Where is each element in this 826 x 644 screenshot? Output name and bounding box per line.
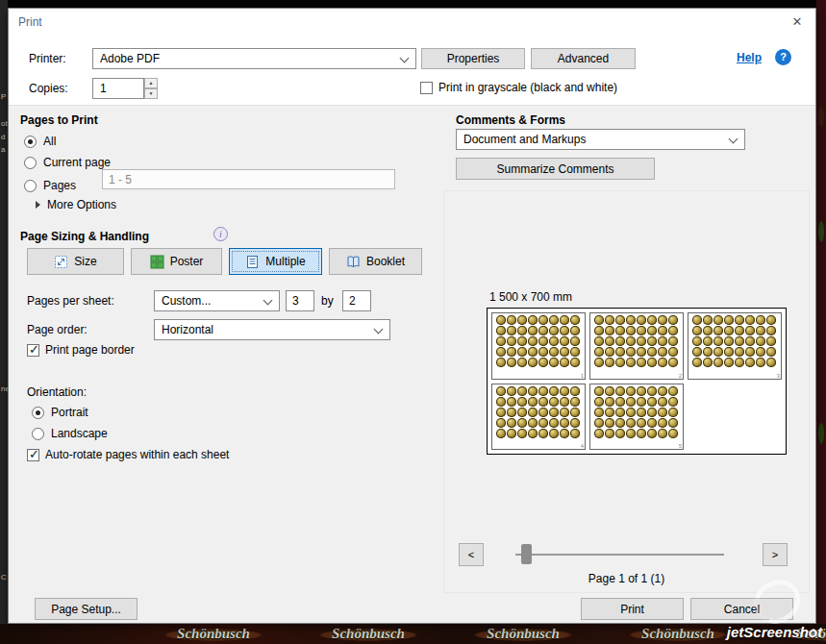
- coin-image: [560, 418, 569, 428]
- coin-image: [626, 336, 636, 346]
- radio-selected-icon: [32, 407, 44, 419]
- coin-image: [756, 358, 765, 367]
- bg-text-fragment: C: [1, 573, 7, 582]
- coin-image: [496, 408, 506, 417]
- printer-select[interactable]: Adobe PDF: [92, 48, 416, 69]
- page-status: Page 1 of 1 (1): [444, 572, 809, 585]
- coin-image: [658, 418, 667, 428]
- rows-input[interactable]: [342, 290, 371, 311]
- coin-image: [647, 408, 657, 417]
- coin-image: [658, 326, 667, 335]
- coin-image: [637, 418, 646, 428]
- coin-image: [560, 397, 569, 407]
- page-setup-button[interactable]: Page Setup...: [35, 598, 138, 620]
- by-label: by: [321, 294, 334, 308]
- coin-image: [538, 408, 548, 417]
- radio-icon: [24, 180, 37, 192]
- titlebar: Print ✕: [9, 9, 815, 36]
- coin-image: [549, 408, 559, 417]
- radio-landscape-label: Landscape: [51, 427, 108, 440]
- coin-image: [594, 386, 604, 396]
- booklet-button[interactable]: Booklet: [329, 248, 422, 275]
- copies-stepper[interactable]: 1: [92, 78, 158, 99]
- chevron-down-icon: [263, 296, 273, 306]
- poster-button[interactable]: Poster: [131, 248, 222, 275]
- coin-image: [703, 336, 713, 346]
- columns-input[interactable]: [286, 290, 314, 311]
- copies-label: Copies:: [29, 82, 68, 95]
- previous-page-button[interactable]: <: [459, 543, 484, 566]
- coin-image: [605, 336, 614, 346]
- bg-text-fragment: ne: [1, 384, 8, 394]
- increment-arrow-icon[interactable]: [144, 78, 158, 88]
- expand-triangle-icon: [36, 201, 40, 209]
- page-order-select[interactable]: Horizontal: [154, 319, 390, 340]
- coin-image: [570, 418, 580, 428]
- slider-track[interactable]: [515, 554, 724, 556]
- slider-handle[interactable]: [521, 544, 532, 564]
- comments-forms-title: Comments & Forms: [456, 113, 565, 127]
- coin-image: [538, 326, 548, 335]
- preview-slider[interactable]: [512, 543, 728, 566]
- checkbox-icon: [420, 82, 433, 94]
- size-button[interactable]: Size: [27, 248, 124, 275]
- pages-per-sheet-select[interactable]: Custom...: [154, 290, 280, 311]
- coin-image: [570, 347, 580, 357]
- summarize-comments-button[interactable]: Summarize Comments: [456, 158, 655, 180]
- coin-image: [637, 326, 646, 335]
- coin-image: [658, 386, 667, 396]
- coin-image: [517, 408, 527, 417]
- next-page-button[interactable]: >: [763, 543, 788, 566]
- coin-image: [538, 336, 548, 346]
- checkbox-checked-icon: [27, 449, 39, 461]
- coin-image: [528, 358, 538, 367]
- comments-forms-select[interactable]: Document and Markups: [456, 129, 745, 150]
- properties-button[interactable]: Properties: [421, 48, 525, 69]
- cancel-button[interactable]: Cancel: [690, 598, 793, 620]
- page-order-label: Page order:: [27, 323, 88, 336]
- coin-image: [713, 326, 723, 335]
- thumbnail-page-number: 1: [581, 373, 584, 379]
- coin-image: [517, 326, 527, 335]
- coin-image: [647, 347, 657, 357]
- coin-image: [560, 408, 569, 417]
- bg-gothic-text: Schönbusch: [140, 624, 287, 644]
- screen: PobdaneC SchönbuschSchönbuschSchönbuschS…: [0, 0, 826, 644]
- thumbnail-page-number: 4: [581, 443, 584, 449]
- advanced-button[interactable]: Advanced: [531, 48, 636, 69]
- coin-image: [745, 347, 755, 357]
- multiple-button[interactable]: Multiple: [229, 248, 322, 275]
- coin-image: [549, 397, 559, 407]
- coin-image: [594, 326, 604, 335]
- help-link[interactable]: Help: [737, 51, 762, 64]
- decrement-arrow-icon[interactable]: [144, 88, 158, 99]
- multiple-button-label: Multiple: [265, 255, 305, 268]
- close-icon[interactable]: ✕: [788, 13, 807, 31]
- coin-image: [538, 429, 548, 438]
- coin-image: [647, 397, 657, 407]
- coin-image: [668, 397, 678, 407]
- pages-per-sheet-label: Pages per sheet:: [27, 294, 114, 308]
- coin-image: [549, 315, 559, 325]
- coin-image: [756, 326, 765, 335]
- coin-image: [605, 358, 614, 367]
- coin-image: [507, 358, 516, 367]
- copies-value[interactable]: 1: [92, 78, 144, 99]
- coin-image: [507, 347, 516, 357]
- coin-image: [615, 336, 625, 346]
- print-button[interactable]: Print: [581, 598, 684, 620]
- coin-image: [528, 336, 538, 346]
- more-options-toggle[interactable]: More Options: [36, 198, 116, 211]
- coin-image: [528, 326, 538, 335]
- coin-image: [570, 397, 580, 407]
- coin-image: [615, 429, 625, 438]
- coin-image: [560, 336, 569, 346]
- coin-image: [745, 358, 755, 367]
- coin-image: [549, 347, 559, 357]
- coin-image: [615, 408, 625, 417]
- help-icon[interactable]: ?: [775, 49, 791, 65]
- info-icon[interactable]: [213, 227, 228, 241]
- coin-image: [745, 326, 755, 335]
- coin-image: [766, 336, 776, 346]
- pages-range-input[interactable]: [102, 169, 395, 189]
